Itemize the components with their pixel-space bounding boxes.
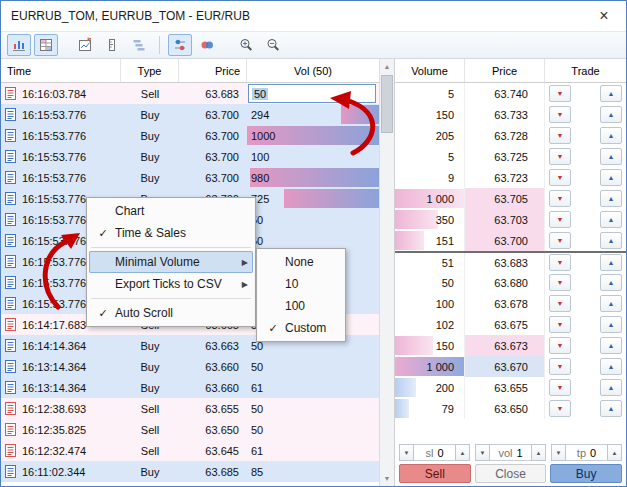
- buy-at-price-button[interactable]: ▲: [600, 232, 622, 249]
- sell-at-price-button[interactable]: ▼: [549, 232, 571, 249]
- buy-button[interactable]: Buy: [550, 464, 622, 483]
- spinner-down-icon[interactable]: ▼: [475, 444, 490, 461]
- sell-at-price-button[interactable]: ▼: [549, 127, 571, 144]
- price-scale-icon[interactable]: [100, 34, 124, 56]
- scroll-down-icon[interactable]: ▼: [380, 471, 394, 486]
- deal-time: 16:12:35.825: [1, 423, 121, 436]
- dom-row: 5163.683▼▲: [395, 251, 626, 272]
- menu-item-time-sales[interactable]: ✓Time & Sales: [89, 222, 253, 244]
- sell-deal-icon: [5, 402, 16, 415]
- tick-chart-icon[interactable]: [7, 34, 31, 56]
- close-button[interactable]: Close: [475, 464, 547, 483]
- vertical-scrollbar[interactable]: ▲ ▼: [379, 59, 395, 486]
- buy-at-price-button[interactable]: ▲: [600, 337, 622, 354]
- deal-time-text: 16:15:53.776: [22, 214, 86, 226]
- buy-at-price-button[interactable]: ▲: [600, 379, 622, 396]
- dom-price: 63.650: [465, 398, 545, 419]
- spinner-up-icon[interactable]: ▲: [455, 444, 470, 461]
- column-header-volume: Volume: [395, 59, 465, 82]
- dom-price: 63.723: [465, 167, 545, 188]
- buy-at-price-button[interactable]: ▲: [600, 127, 622, 144]
- spinner-up-icon[interactable]: ▲: [607, 444, 622, 461]
- advanced-mode-icon[interactable]: [168, 34, 192, 56]
- buy-deal-icon: [5, 234, 16, 247]
- sell-at-price-button[interactable]: ▼: [549, 190, 571, 207]
- volume-histogram-bar: [395, 210, 438, 229]
- dom-volume: 100: [395, 293, 465, 314]
- sell-button[interactable]: Sell: [399, 464, 471, 483]
- buy-at-price-button[interactable]: ▲: [600, 295, 622, 312]
- menu-item-chart[interactable]: Chart: [89, 200, 253, 222]
- dom-volume: 1 000: [395, 356, 465, 377]
- dom-volume: 9: [395, 167, 465, 188]
- deal-time: 16:12:38.693: [1, 402, 121, 415]
- sell-at-price-button[interactable]: ▼: [549, 169, 571, 186]
- deal-type: Sell: [121, 403, 179, 415]
- dom-volume: 5: [395, 83, 465, 104]
- dom-volume: 51: [395, 253, 465, 272]
- zoom-in-icon[interactable]: [234, 34, 258, 56]
- column-header-type: Type: [121, 59, 179, 82]
- dom-volume: 200: [395, 377, 465, 398]
- dom-price: 63.725: [465, 146, 545, 167]
- sell-at-price-button[interactable]: ▼: [549, 106, 571, 123]
- sell-at-price-button[interactable]: ▼: [549, 358, 571, 375]
- deal-price: 63.700: [179, 172, 247, 184]
- deal-type: Buy: [121, 382, 179, 394]
- buy-at-price-button[interactable]: ▲: [600, 316, 622, 333]
- close-icon[interactable]: ×: [592, 7, 616, 25]
- buy-at-price-button[interactable]: ▲: [600, 254, 622, 271]
- buy-at-price-button[interactable]: ▲: [600, 274, 622, 291]
- zoom-out-icon[interactable]: [261, 34, 285, 56]
- scrollbar-thumb[interactable]: [381, 75, 393, 133]
- popup-chart-icon[interactable]: [73, 34, 97, 56]
- colors-icon[interactable]: [195, 34, 219, 56]
- buy-at-price-button[interactable]: ▲: [600, 169, 622, 186]
- sell-at-price-button[interactable]: ▼: [549, 254, 571, 271]
- buy-at-price-button[interactable]: ▲: [600, 211, 622, 228]
- deal-time-text: 16:15:53.776: [22, 172, 86, 184]
- buy-at-price-button[interactable]: ▲: [600, 190, 622, 207]
- deal-volume: 50: [247, 83, 379, 104]
- menu-item-none[interactable]: None: [259, 251, 343, 273]
- menu-item-100[interactable]: 100: [259, 295, 343, 317]
- check-icon: ✓: [263, 322, 283, 335]
- sell-at-price-button[interactable]: ▼: [549, 85, 571, 102]
- sell-at-price-button[interactable]: ▼: [549, 295, 571, 312]
- menu-item-10[interactable]: 10: [259, 273, 343, 295]
- spinner-up-icon[interactable]: ▲: [531, 444, 546, 461]
- custom-volume-input[interactable]: 50: [248, 84, 376, 103]
- deal-time: 16:15:53.776: [1, 150, 121, 163]
- buy-at-price-button[interactable]: ▲: [600, 148, 622, 165]
- column-header-trade: Trade: [545, 59, 626, 82]
- buy-at-price-button[interactable]: ▲: [600, 106, 622, 123]
- buy-at-price-button[interactable]: ▲: [600, 400, 622, 417]
- market-depth-icon[interactable]: [34, 34, 58, 56]
- dom-row: 563.725▼▲: [395, 146, 626, 167]
- sell-at-price-button[interactable]: ▼: [549, 379, 571, 396]
- menu-item-minimal-volume[interactable]: Minimal Volume▶: [89, 251, 253, 273]
- sell-at-price-button[interactable]: ▼: [549, 337, 571, 354]
- grouping-icon[interactable]: [127, 34, 151, 56]
- sell-at-price-button[interactable]: ▼: [549, 211, 571, 228]
- spinner-down-icon[interactable]: ▼: [551, 444, 566, 461]
- sell-at-price-button[interactable]: ▼: [549, 148, 571, 165]
- buy-at-price-button[interactable]: ▲: [600, 85, 622, 102]
- menu-item-export-ticks-to-csv[interactable]: Export Ticks to CSV▶: [89, 273, 253, 295]
- menu-item-auto-scroll[interactable]: ✓Auto Scroll: [89, 302, 253, 324]
- buy-deal-icon: [5, 339, 16, 352]
- menu-item-custom[interactable]: ✓Custom: [259, 317, 343, 339]
- deal-time-text: 16:11:02.344: [22, 466, 85, 478]
- buy-at-price-button[interactable]: ▲: [600, 358, 622, 375]
- deal-time: 16:16:03.784: [1, 87, 121, 100]
- sell-at-price-button[interactable]: ▼: [549, 400, 571, 417]
- deal-price: 63.685: [179, 466, 247, 478]
- sell-at-price-button[interactable]: ▼: [549, 316, 571, 333]
- volume-histogram-bar: [341, 105, 379, 124]
- sell-at-price-button[interactable]: ▼: [549, 274, 571, 291]
- dom-price: 63.673: [465, 335, 545, 356]
- scroll-up-icon[interactable]: ▲: [380, 59, 394, 74]
- dom-row: 15063.673▼▲: [395, 335, 626, 356]
- spinner-down-icon[interactable]: ▼: [399, 444, 414, 461]
- deal-time: 16:13:14.364: [1, 381, 121, 394]
